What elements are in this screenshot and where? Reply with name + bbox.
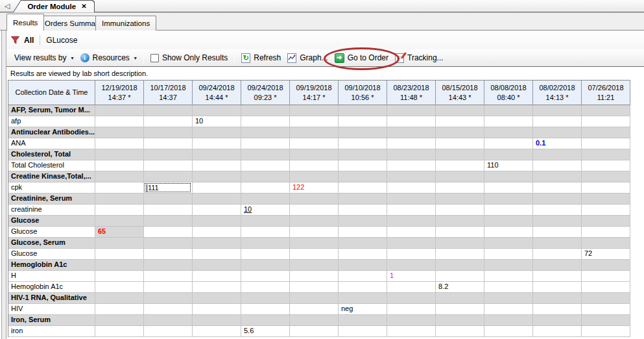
result-cell[interactable]	[533, 271, 582, 282]
result-cell[interactable]	[193, 249, 241, 260]
result-cell[interactable]	[95, 304, 144, 315]
result-cell[interactable]	[241, 116, 290, 127]
result-cell[interactable]	[533, 205, 582, 216]
result-cell[interactable]	[387, 249, 436, 260]
result-cell[interactable]	[387, 326, 436, 337]
refresh-button[interactable]: ↻ Refresh	[238, 52, 284, 64]
result-cell[interactable]	[582, 160, 630, 171]
result-cell[interactable]	[484, 326, 533, 337]
result-cell[interactable]	[144, 271, 193, 282]
result-cell[interactable]	[582, 304, 630, 315]
result-cell[interactable]	[290, 227, 339, 238]
result-cell[interactable]	[241, 271, 290, 282]
show-only-results-toggle[interactable]: Show Only Results	[147, 52, 231, 64]
result-cell[interactable]	[533, 227, 582, 238]
result-cell[interactable]	[484, 116, 533, 127]
result-cell[interactable]	[339, 182, 387, 194]
result-cell[interactable]	[144, 249, 193, 260]
result-cell[interactable]	[339, 205, 387, 216]
result-cell[interactable]	[339, 227, 387, 238]
column-header[interactable]: 08/23/201811:48*	[387, 81, 436, 105]
result-cell[interactable]	[582, 116, 630, 127]
result-cell[interactable]	[387, 182, 436, 194]
result-cell[interactable]: 5.6	[241, 326, 290, 337]
result-cell[interactable]	[193, 160, 241, 171]
result-cell[interactable]	[582, 182, 630, 194]
result-cell[interactable]: 1	[387, 271, 436, 282]
result-cell[interactable]	[95, 271, 144, 282]
column-header[interactable]: 09/24/201809:23*	[241, 81, 290, 105]
result-cell[interactable]	[533, 282, 582, 293]
tracking-button[interactable]: Tracking...	[392, 52, 447, 64]
result-cell[interactable]	[95, 116, 144, 127]
result-cell[interactable]	[144, 205, 193, 216]
result-cell[interactable]	[193, 182, 241, 194]
result-cell[interactable]	[241, 249, 290, 260]
result-cell[interactable]: 10	[193, 116, 241, 127]
result-cell[interactable]	[290, 249, 339, 260]
result-cell[interactable]	[290, 271, 339, 282]
result-cell[interactable]	[533, 304, 582, 315]
result-cell[interactable]	[95, 160, 144, 171]
result-cell[interactable]	[387, 116, 436, 127]
result-cell[interactable]	[241, 160, 290, 171]
result-cell[interactable]	[339, 249, 387, 260]
result-cell[interactable]: 122	[290, 182, 339, 194]
column-header[interactable]: 12/19/201814:37*	[95, 81, 144, 105]
result-cell[interactable]	[339, 326, 387, 337]
result-cell[interactable]	[290, 282, 339, 293]
result-cell[interactable]	[193, 282, 241, 293]
result-cell[interactable]	[193, 227, 241, 238]
tab-scroll-left-icon[interactable]: ◁	[3, 1, 12, 10]
column-header[interactable]: 08/08/201808:40*	[484, 81, 533, 105]
result-cell[interactable]	[436, 304, 484, 315]
result-cell[interactable]	[533, 160, 582, 171]
result-cell[interactable]	[144, 304, 193, 315]
result-cell[interactable]	[95, 182, 144, 194]
tab-results[interactable]: Results	[6, 14, 44, 31]
result-cell[interactable]	[387, 138, 436, 149]
row-label[interactable]: cpk	[8, 182, 95, 194]
row-label[interactable]: H	[8, 271, 95, 282]
result-cell[interactable]	[436, 138, 484, 149]
result-cell[interactable]	[95, 205, 144, 216]
resources-button[interactable]: i Resources ▾	[77, 52, 140, 64]
result-cell[interactable]	[290, 116, 339, 127]
result-cell[interactable]	[436, 271, 484, 282]
result-cell[interactable]	[484, 282, 533, 293]
result-cell[interactable]	[144, 227, 193, 238]
view-results-by-button[interactable]: View results by ▾	[11, 52, 77, 64]
result-cell[interactable]	[533, 326, 582, 337]
result-cell[interactable]	[436, 227, 484, 238]
result-cell[interactable]: 111	[144, 182, 193, 194]
column-header[interactable]: 08/02/201814:13*	[533, 81, 582, 105]
result-cell[interactable]	[241, 227, 290, 238]
tab-immunizations[interactable]: Immunizations	[95, 16, 156, 31]
tab-order-module[interactable]: Order Module ✕	[13, 0, 95, 12]
result-cell[interactable]	[339, 138, 387, 149]
row-label[interactable]: creatinine	[8, 205, 95, 216]
row-label[interactable]: Glucose	[8, 227, 95, 238]
result-cell[interactable]	[436, 160, 484, 171]
result-cell[interactable]	[436, 249, 484, 260]
result-cell[interactable]	[290, 326, 339, 337]
result-cell[interactable]	[387, 160, 436, 171]
result-cell[interactable]	[144, 282, 193, 293]
result-cell[interactable]	[241, 138, 290, 149]
filter-query-label[interactable]: GLucose	[46, 36, 77, 45]
column-header[interactable]: 09/24/201814:44*	[193, 81, 241, 105]
row-label[interactable]: iron	[8, 326, 95, 337]
result-cell[interactable]	[193, 205, 241, 216]
show-only-results-checkbox[interactable]	[150, 54, 159, 62]
result-cell[interactable]	[290, 138, 339, 149]
row-label[interactable]: Hemoglobin A1c	[8, 282, 95, 293]
result-cell[interactable]	[582, 326, 630, 337]
result-cell[interactable]	[339, 282, 387, 293]
result-cell[interactable]	[582, 138, 630, 149]
go-to-order-button[interactable]: ➔ Go to Order	[331, 52, 392, 64]
column-header[interactable]: 09/19/201814:17*	[290, 81, 339, 105]
filter-funnel-icon[interactable]	[11, 36, 19, 44]
result-cell[interactable]: 110	[484, 160, 533, 171]
result-cell[interactable]	[193, 138, 241, 149]
result-cell[interactable]	[95, 138, 144, 149]
